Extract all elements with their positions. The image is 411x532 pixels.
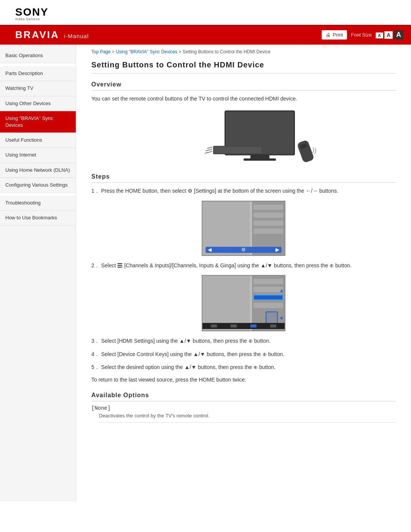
option-none-desc: Deactivates the control by the TV's remo… (99, 413, 396, 423)
step-3: 3． Select [HDMI Settings] using the ▲/▼ … (91, 337, 396, 345)
overview-text: You can set the remote control buttons o… (91, 94, 396, 103)
step-2-text: Select ☰ [Channels & Inputs]/[Channels, … (101, 262, 352, 268)
sidebar: Basic Operations Parts Description Watch… (0, 45, 76, 502)
sidebar-item-bookmarks[interactable]: How to Use Bookmarks (0, 211, 76, 225)
sidebar-item-parts-description[interactable]: Parts Description (0, 66, 76, 81)
step-2-num: 2． (91, 262, 100, 268)
bravia-right: 🖨 Print Font Size A A A (322, 30, 403, 40)
font-small-button[interactable]: A (376, 32, 383, 38)
step-5-text: Select the desired option using the ▲/▼ … (101, 364, 276, 370)
step1-settings-icon: ⚙ (241, 247, 246, 252)
remote-signal: )) (311, 147, 317, 155)
sidebar-item-bravia-sync[interactable]: Using "BRAVIA" Sync Devices (0, 111, 76, 133)
tv-stand (250, 155, 269, 158)
font-size-buttons: A A A (376, 30, 403, 40)
step-1-num: 1． (91, 188, 100, 194)
step-4: 4． Select [Device Control Keys] using th… (91, 350, 396, 358)
breadcrumb-current: Setting Buttons to Control the HDMI Devi… (183, 49, 271, 54)
step2-up-arrow: ▲ (279, 287, 284, 293)
step-3-text: Select [HDMI Settings] using the ▲/▼ but… (101, 338, 271, 344)
sidebar-item-home-network[interactable]: Using Home Network (DLNA) (0, 163, 76, 178)
steps-section: Steps 1． Press the HOME button, then sel… (91, 173, 396, 371)
print-button[interactable]: 🖨 Print (322, 30, 347, 40)
steps-heading: Steps (91, 173, 396, 183)
sidebar-item-using-internet[interactable]: Using Internet (0, 148, 76, 163)
font-large-button[interactable]: A (394, 30, 403, 40)
bravia-banner: BRAVIA i-Manual 🖨 Print Font Size A A A (0, 25, 411, 45)
page-title: Setting Buttons to Control the HDMI Devi… (91, 61, 396, 73)
step1-screenshot: ◀ ⚙ ▶ (202, 201, 285, 256)
step1-left-arrow: ◀ (208, 247, 212, 252)
available-options-section: Available Options [None] Deactivates the… (91, 392, 396, 423)
step-3-num: 3． (91, 338, 100, 344)
tv-device-illustration: )) (91, 110, 396, 166)
hdmi-device (213, 146, 263, 154)
step2-row-1 (253, 279, 283, 284)
sony-logo: SONY make.believe (15, 7, 48, 21)
return-text: To return to the last viewed source, pre… (91, 377, 396, 383)
sony-tagline: make.believe (15, 18, 48, 21)
step2-left-panel (202, 276, 250, 331)
step1-row-4 (253, 228, 283, 234)
step-2: 2． Select ☰ [Channels & Inputs]/[Channel… (91, 261, 396, 270)
content-area: Top Page > Using "BRAVIA" Sync Devices >… (76, 45, 411, 502)
step-1-text: Press the HOME button, then select ⚙ [Se… (101, 188, 338, 194)
sidebar-item-basic-operations[interactable]: Basic Operations (0, 48, 76, 63)
step1-row-1 (253, 204, 283, 210)
sidebar-item-useful-functions[interactable]: Useful Functions (0, 133, 76, 148)
step1-right-arrow: ▶ (276, 247, 279, 252)
step2-row-4 (253, 303, 283, 308)
option-none-term: [None] (91, 405, 396, 411)
step1-row-3 (253, 220, 283, 226)
imanual-label: i-Manual (64, 33, 89, 39)
sidebar-item-troubleshooting[interactable]: Troubleshooting (0, 196, 76, 211)
step-5-num: 5． (91, 364, 100, 370)
sony-logo-text: SONY (15, 7, 48, 18)
main-layout: Basic Operations Parts Description Watch… (0, 45, 411, 502)
step1-image-container: ◀ ⚙ ▶ (91, 201, 396, 256)
top-bar: SONY make.believe (0, 0, 411, 25)
step1-arrow-bar: ◀ ⚙ ▶ (206, 247, 282, 253)
font-medium-button[interactable]: A (384, 31, 393, 39)
breadcrumb: Top Page > Using "BRAVIA" Sync Devices >… (91, 45, 396, 61)
font-size-label: Font Size (351, 32, 372, 38)
step2-bottom-bar (202, 323, 285, 329)
printer-icon: 🖨 (326, 32, 331, 38)
step-5: 5． Select the desired option using the ▲… (91, 363, 396, 371)
step2-row-highlighted (253, 295, 283, 300)
tv-base (244, 158, 276, 161)
step-1: 1． Press the HOME button, then select ⚙ … (91, 187, 396, 195)
step2-image-container: ▲ ▼ (91, 275, 396, 331)
breadcrumb-sep2: > (178, 49, 182, 54)
sidebar-divider-1 (0, 63, 76, 66)
sidebar-item-watching-tv[interactable]: Watching TV (0, 81, 76, 96)
signal-line-3 (205, 151, 212, 154)
sidebar-divider-2 (0, 193, 76, 196)
bravia-title: BRAVIA (15, 29, 59, 41)
step1-row-2 (253, 212, 283, 218)
step-4-num: 4． (91, 351, 100, 357)
overview-heading: Overview (91, 81, 396, 91)
step2-screenshot: ▲ ▼ (202, 275, 285, 331)
step2-arrows: ▲ ▼ (279, 287, 284, 321)
sidebar-item-configuring-settings[interactable]: Configuring Various Settings (0, 178, 76, 193)
breadcrumb-sep1: > (112, 49, 116, 54)
remote-screen (300, 144, 307, 149)
sidebar-item-using-other-devices[interactable]: Using Other Devices (0, 96, 76, 111)
step-4-text: Select [Device Control Keys] using the ▲… (101, 351, 285, 357)
print-label: Print (333, 32, 343, 38)
step2-highlight-box (266, 312, 278, 324)
breadcrumb-bravia-sync[interactable]: Using "BRAVIA" Sync Devices (116, 49, 177, 54)
breadcrumb-top-page[interactable]: Top Page (91, 49, 111, 54)
bravia-left: BRAVIA i-Manual (15, 29, 89, 41)
step2-down-arrow: ▼ (279, 315, 284, 321)
available-options-heading: Available Options (91, 392, 396, 401)
